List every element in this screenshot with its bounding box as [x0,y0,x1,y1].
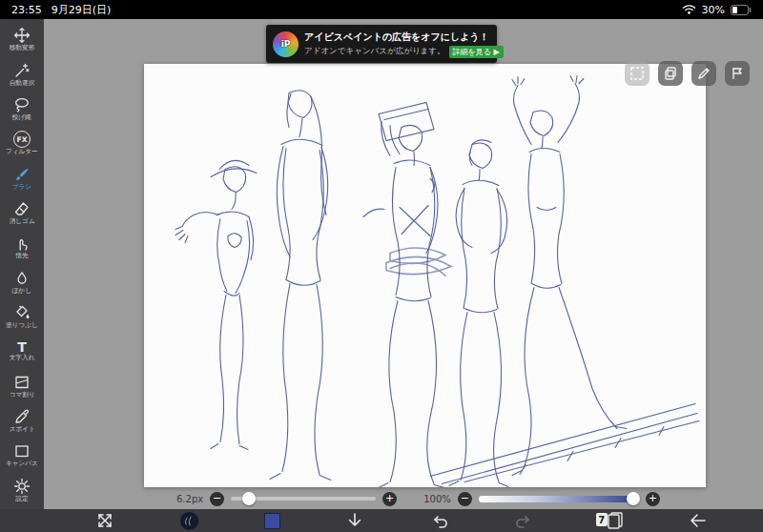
back-button[interactable] [689,511,708,530]
eraser-icon [13,200,31,217]
tool-text[interactable]: T 文字入れ [0,334,44,368]
drawing-canvas[interactable] [144,64,706,487]
tool-eyedropper[interactable]: スポイト [0,403,44,438]
tool-canvas[interactable]: キャンバス [0,438,44,472]
tool-filter[interactable]: FX フィルター [0,126,44,160]
brush-size-knob[interactable] [242,492,256,505]
selection-button[interactable] [625,61,650,86]
magic-wand-icon [13,62,31,79]
brush-preview-button[interactable] [179,511,199,531]
tool-auto-select[interactable]: 自動選択 [0,56,44,91]
panel-frame-icon [13,374,31,391]
pencil-icon [696,66,711,81]
tool-move-transform[interactable]: 移動変形 [0,22,44,56]
blur-drop-icon [13,270,31,287]
layer-count-badge: 7 [596,513,608,526]
ad-cta-button[interactable]: 詳細を見る ▶ [449,46,504,58]
brush-size-decrease-button[interactable]: − [210,492,224,506]
move-transform-icon [13,27,31,44]
layers-button[interactable]: 7 [598,511,624,530]
redo-button[interactable] [514,511,533,530]
tool-sidebar: 移動変形 自動選択 投げ縄 FX フィルター ブラシ [0,19,44,509]
brush-size-increase-button[interactable]: + [382,492,397,506]
tool-brush[interactable]: ブラシ [0,160,44,194]
canvas-sketch [144,64,706,487]
gear-icon [13,478,31,495]
flag-icon [730,66,745,81]
down-arrow-icon [345,511,364,530]
status-bar: 23:55 9月29日(日) 30% [0,0,763,19]
battery-icon [731,5,752,15]
clipboard-icon [663,66,678,81]
ad-title: アイビスペイントの広告をオフにしよう！ [304,31,490,44]
material-button[interactable] [725,61,750,86]
brush-settings-bar: 6.2px − + 100% − + [144,488,706,509]
tool-lasso[interactable]: 投げ縄 [0,92,44,126]
opacity-increase-button[interactable]: + [646,492,660,506]
current-color-swatch[interactable] [264,513,280,529]
redo-icon [514,511,533,530]
down-arrow-button[interactable] [345,511,364,530]
opacity-value: 100% [423,494,451,504]
ad-banner[interactable]: iP アイビスペイントの広告をオフにしよう！ アドオンでキャンバスが広がります。… [266,25,497,63]
opacity-decrease-button[interactable]: − [458,492,472,506]
undo-button[interactable] [430,511,449,530]
eyedropper-icon [13,408,31,425]
tool-settings[interactable]: 設定 [0,473,44,507]
canvas-icon [13,442,31,460]
tool-frame-divide[interactable]: コマ割り [0,369,44,403]
clipboard-button[interactable] [658,61,683,86]
undo-icon [430,511,449,530]
edit-button[interactable] [691,61,716,86]
brush-size-slider[interactable] [231,497,376,501]
dashed-selection-icon [629,66,645,81]
opacity-knob[interactable] [627,492,640,505]
wifi-icon [682,4,696,15]
text-tool-icon: T [17,340,27,354]
clock: 23:55 [11,4,42,16]
opacity-slider[interactable] [479,496,639,502]
brush-icon [13,166,31,183]
workspace: iP アイビスペイントの広告をオフにしよう！ アドオンでキャンバスが広がります。… [0,19,763,509]
battery-percent: 30% [702,4,725,16]
tool-blur[interactable]: ぼかし [0,265,44,299]
transform-mode-button[interactable] [95,511,114,530]
tool-eraser[interactable]: 消しゴム [0,195,44,230]
date: 9月29日(日) [52,3,112,17]
fx-filter-icon: FX [13,131,31,148]
lasso-icon [13,96,31,113]
transform-arrows-icon [95,511,114,530]
brush-size-value: 6.2px [176,494,203,504]
ad-subtitle: アドオンでキャンバスが広がります。 [304,46,445,57]
tool-smudge[interactable]: 指先 [0,230,44,264]
bottom-toolbar: 7 [0,509,763,532]
ibispaint-logo: iP [273,31,299,57]
canvas-toolbar [625,61,750,86]
brush-stroke-preview-icon [182,513,197,528]
paint-bucket-icon [13,304,31,321]
back-arrow-icon [689,511,708,530]
finger-icon [13,235,31,252]
tool-fill[interactable]: 塗りつぶし [0,299,44,334]
